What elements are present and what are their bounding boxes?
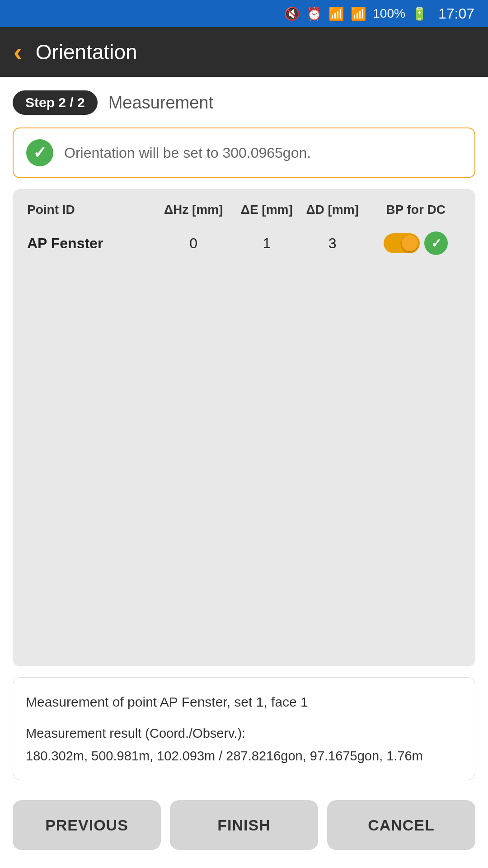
orientation-text: Orientation will be set to 300.0965gon. [64, 145, 311, 161]
cancel-button[interactable]: CANCEL [327, 800, 475, 850]
main-content: Step 2 / 2 Measurement Orientation will … [0, 77, 488, 868]
orientation-notice: Orientation will be set to 300.0965gon. [13, 127, 475, 178]
col-header-dd: ΔD [mm] [300, 198, 365, 225]
status-icons: 🔇 ⏰ 📶 📶 100% 🔋 17:07 [284, 5, 474, 22]
toggle-container [371, 231, 461, 255]
data-table-container: Point ID ΔHz [mm] ΔE [mm] ΔD [mm] BP for… [13, 189, 475, 666]
col-header-pointid: Point ID [22, 198, 153, 225]
col-header-hz: ΔHz [mm] [153, 198, 234, 225]
signal-icon: 📶 [351, 6, 366, 21]
step-row: Step 2 / 2 Measurement [13, 90, 475, 115]
mute-icon: 🔇 [284, 6, 300, 21]
measurement-result-value: 180.302m, 500.981m, 102.093m / 287.8216g… [26, 745, 462, 767]
previous-button[interactable]: PREVIOUS [13, 800, 161, 850]
app-bar: ‹ Orientation [0, 27, 488, 77]
bottom-buttons: PREVIOUS FINISH CANCEL [13, 791, 475, 854]
battery-icon: 🔋 [412, 6, 427, 21]
measurement-line1: Measurement of point AP Fenster, set 1, … [26, 690, 462, 713]
step-badge: Step 2 / 2 [13, 90, 98, 115]
cell-dd: 3 [300, 225, 365, 261]
app-title: Orientation [36, 40, 137, 64]
toggle-knob [402, 235, 418, 251]
cell-bp [365, 225, 466, 261]
table-header-row: Point ID ΔHz [mm] ΔE [mm] ΔD [mm] BP for… [22, 198, 466, 225]
row-check-icon [424, 231, 448, 255]
cell-hz: 0 [153, 225, 234, 261]
battery-label: 100% [373, 6, 405, 21]
col-header-bp: BP for DC [365, 198, 466, 225]
alarm-icon: ⏰ [306, 6, 322, 21]
cell-pointid: AP Fenster [22, 225, 153, 261]
back-button[interactable]: ‹ [14, 39, 22, 65]
table-row: AP Fenster 0 1 3 [22, 225, 466, 261]
step-title: Measurement [108, 93, 213, 113]
wifi-icon: 📶 [328, 6, 344, 21]
bp-toggle[interactable] [384, 233, 420, 253]
measurement-info: Measurement of point AP Fenster, set 1, … [13, 677, 475, 780]
measurement-result-label: Measurement result (Coord./Observ.): [26, 722, 462, 745]
status-bar: 🔇 ⏰ 📶 📶 100% 🔋 17:07 [0, 0, 488, 27]
finish-button[interactable]: FINISH [170, 800, 318, 850]
orientation-check-icon [26, 139, 53, 166]
data-table: Point ID ΔHz [mm] ΔE [mm] ΔD [mm] BP for… [22, 198, 466, 261]
cell-de: 1 [234, 225, 300, 261]
col-header-de: ΔE [mm] [234, 198, 300, 225]
status-time: 17:07 [438, 5, 474, 22]
